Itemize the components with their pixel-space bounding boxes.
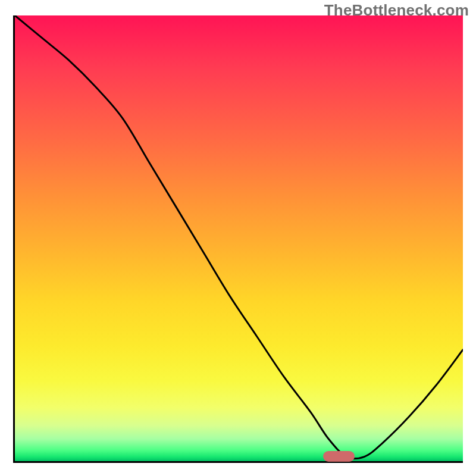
optimal-marker — [323, 451, 355, 462]
plot-area — [13, 15, 463, 463]
chart-canvas: TheBottleneck.com — [0, 0, 476, 476]
bottleneck-curve — [15, 15, 463, 461]
